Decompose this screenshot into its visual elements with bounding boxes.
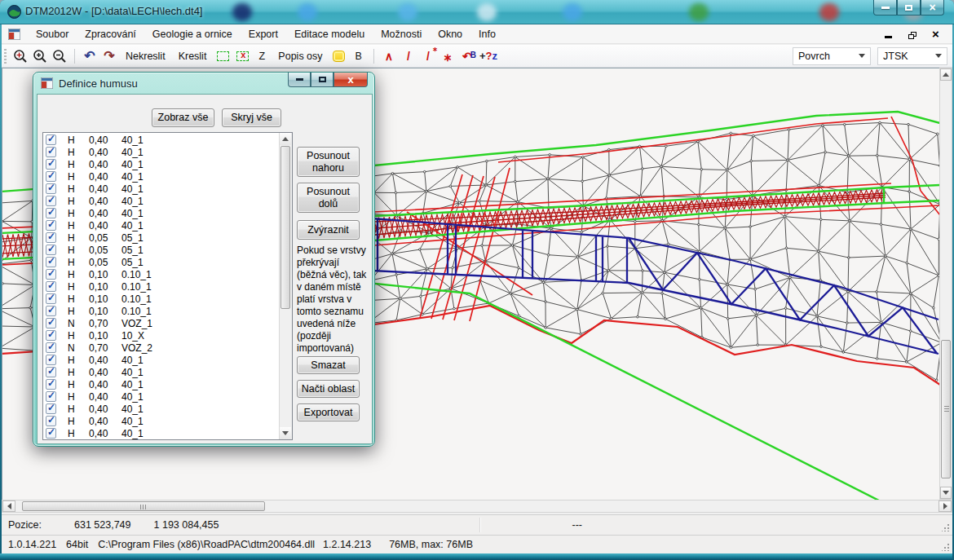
list-item[interactable]: ✓H0,4040_1	[43, 378, 280, 390]
query-z-button[interactable]: +?z	[477, 46, 500, 66]
layer-checkbox[interactable]: ✓	[46, 281, 56, 292]
zoom-extents-button[interactable]	[11, 46, 30, 66]
mdi-restore-button[interactable]	[907, 29, 917, 39]
list-item[interactable]: ✓H0,0505_1	[43, 231, 280, 244]
undo-button[interactable]: ↶	[80, 46, 99, 66]
layer-checkbox[interactable]: ✓	[46, 147, 56, 157]
layer-checkbox[interactable]: ✓	[46, 428, 56, 439]
menu-item-info[interactable]: Info	[470, 26, 504, 42]
horizontal-scrollbar[interactable]	[2, 500, 952, 513]
select-rect-button[interactable]	[213, 46, 232, 66]
scroll-right-button[interactable]	[939, 500, 952, 512]
list-item[interactable]: ✓H0,4040_1	[43, 427, 280, 439]
layer-checkbox[interactable]: ✓	[46, 367, 56, 377]
list-item[interactable]: ✓H0,4040_1	[43, 170, 280, 183]
minimize-button[interactable]	[873, 0, 897, 15]
layer-checkbox[interactable]: ✓	[46, 306, 56, 316]
dialog-minimize-button[interactable]	[288, 73, 311, 87]
horizontal-scroll-thumb[interactable]	[22, 501, 265, 511]
kreslit-button[interactable]: Kreslit	[172, 46, 214, 66]
scroll-up-button[interactable]	[940, 68, 952, 81]
scroll-down-button[interactable]	[940, 487, 952, 499]
zoom-in-button[interactable]	[30, 46, 50, 66]
close-button[interactable]: ×	[921, 0, 944, 15]
list-scroll-up-button[interactable]	[280, 133, 291, 145]
dialog-maximize-button[interactable]	[311, 73, 333, 87]
list-scrollbar[interactable]	[279, 133, 292, 439]
move-point-button[interactable]: ⁎	[438, 46, 457, 66]
menu-item-mo-nosti[interactable]: Možnosti	[373, 26, 430, 42]
dialog-close-button[interactable]: x	[333, 73, 368, 87]
layer-checkbox[interactable]: ✓	[46, 269, 56, 280]
deselect-rect-button[interactable]: x	[232, 46, 252, 66]
list-item[interactable]: ✓H0,4040_1	[43, 390, 280, 403]
list-item[interactable]: ✓H0,4040_1	[43, 146, 280, 158]
list-item[interactable]: ✓H0,100.10_1	[43, 268, 280, 280]
layer-checkbox[interactable]: ✓	[46, 355, 56, 365]
mdi-minimize-button[interactable]	[883, 29, 894, 39]
list-item[interactable]: ✓H0,4040_1	[43, 195, 280, 207]
popis-osy-button[interactable]: Popis osy	[272, 46, 329, 66]
layer-checkbox[interactable]: ✓	[46, 134, 56, 145]
hide-all-button[interactable]: Skryj vše	[222, 108, 281, 127]
list-item[interactable]: ✓H0,4040_1	[43, 354, 280, 366]
load-area-button[interactable]: Načti oblast	[297, 380, 360, 398]
list-item[interactable]: ✓H0,4040_1	[43, 366, 280, 378]
resize-grip[interactable]	[942, 523, 950, 531]
layer-checkbox[interactable]: ✓	[46, 403, 56, 414]
lock-button[interactable]	[329, 46, 349, 66]
nekreslit-button[interactable]: Nekreslit	[119, 46, 172, 66]
draw-polyline-button[interactable]: ∧	[379, 46, 399, 66]
layer-checkbox[interactable]: ✓	[46, 220, 56, 231]
show-all-button[interactable]: Zobraz vše	[152, 108, 214, 127]
z-button[interactable]: Z	[252, 46, 272, 66]
redo-button[interactable]: ↷	[99, 46, 119, 66]
surface-combobox[interactable]: Povrch	[793, 47, 871, 65]
maximize-button[interactable]	[897, 0, 921, 15]
coordsys-combobox[interactable]: JTSK	[877, 47, 947, 65]
draw-line-button[interactable]: /	[399, 46, 418, 66]
list-item[interactable]: ✓H0,4040_1	[43, 403, 280, 415]
menu-item-export[interactable]: Export	[241, 26, 286, 42]
delete-button[interactable]: Smazat	[297, 356, 360, 374]
scroll-left-button[interactable]	[2, 500, 15, 512]
layer-list[interactable]: ✓H0,4040_1✓H0,4040_1✓H0,4040_1✓H0,4040_1…	[42, 132, 293, 440]
layer-checkbox[interactable]: ✓	[46, 183, 56, 194]
vertical-scroll-thumb[interactable]	[941, 340, 951, 478]
list-item[interactable]: ✓H0,100.10_1	[43, 305, 280, 317]
layer-checkbox[interactable]: ✓	[46, 293, 56, 304]
layer-checkbox[interactable]: ✓	[46, 342, 56, 353]
layer-checkbox[interactable]: ✓	[46, 318, 56, 329]
layer-checkbox[interactable]: ✓	[46, 245, 56, 255]
rotate-b-button[interactable]: ↶B	[457, 46, 477, 66]
layer-checkbox[interactable]: ✓	[46, 416, 56, 426]
insert-point-button[interactable]: /⁎	[418, 46, 438, 66]
list-item[interactable]: ✓N0,70VOZ_1	[43, 317, 280, 329]
highlight-button[interactable]: Zvýraznit	[297, 220, 360, 240]
menu-item-editace-modelu[interactable]: Editace modelu	[286, 26, 373, 42]
menu-item-zpracov-n-[interactable]: Zpracování	[77, 26, 144, 42]
list-item[interactable]: ✓N0,70VOZ_2	[43, 342, 280, 354]
list-item[interactable]: ✓H0,100.10_1	[43, 280, 280, 293]
move-up-button[interactable]: Posunout nahoru	[297, 147, 360, 177]
layer-checkbox[interactable]: ✓	[46, 330, 56, 341]
layer-checkbox[interactable]: ✓	[46, 391, 56, 402]
list-item[interactable]: ✓H0,4040_1	[43, 183, 280, 195]
dialog-title-bar[interactable]: Definice humusu x	[33, 73, 374, 94]
list-item[interactable]: ✓H0,4040_1	[43, 415, 280, 427]
layer-checkbox[interactable]: ✓	[46, 379, 56, 390]
list-item[interactable]: ✓H0,0505_1	[43, 244, 280, 256]
toolbar-grip[interactable]	[4, 49, 7, 64]
mdi-close-button[interactable]: ×	[930, 29, 941, 39]
menu-item-geologie-a-ornice[interactable]: Geologie a ornice	[144, 26, 241, 42]
layer-checkbox[interactable]: ✓	[46, 208, 56, 218]
export-button[interactable]: Exportovat	[297, 403, 360, 421]
list-item[interactable]: ✓H0,4040_1	[43, 134, 280, 146]
list-item[interactable]: ✓H0,4040_1	[43, 158, 280, 170]
layer-checkbox[interactable]: ✓	[46, 171, 56, 182]
resize-grip[interactable]	[942, 543, 950, 551]
list-item[interactable]: ✓H0,0505_1	[43, 256, 280, 268]
list-scroll-thumb[interactable]	[280, 146, 290, 309]
list-item[interactable]: ✓H0,100.10_1	[43, 293, 280, 305]
list-item[interactable]: ✓H0,1010_X	[43, 329, 280, 342]
